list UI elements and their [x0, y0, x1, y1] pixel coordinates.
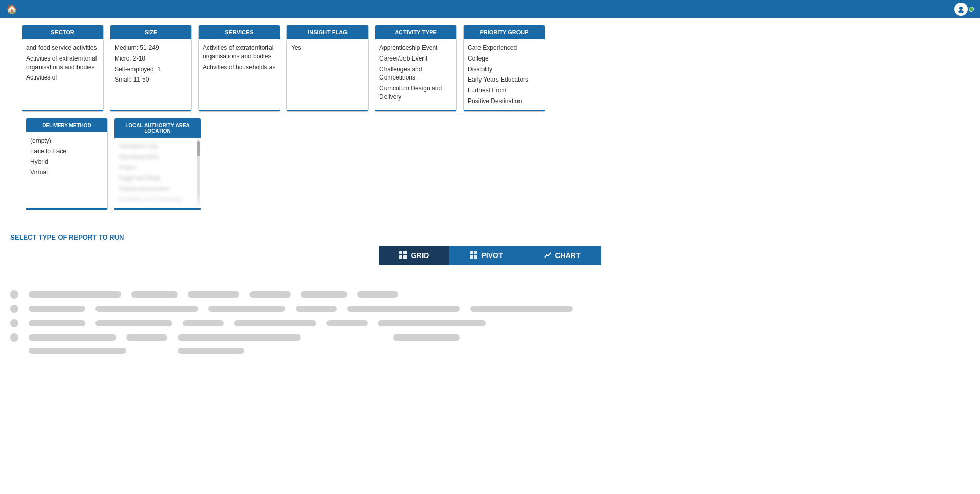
loading-row	[10, 305, 970, 313]
filter-item[interactable]: Furthest From	[468, 85, 541, 96]
filter-panel-body-insight_flag: Yes	[287, 39, 368, 111]
report-btn-chart[interactable]: CHART	[524, 246, 601, 265]
loading-bar	[95, 306, 198, 312]
loading-row	[10, 348, 970, 354]
report-section-label: SELECT TYPE OF REPORT TO RUN	[10, 233, 970, 241]
separator-2	[10, 280, 970, 280]
loading-bar	[393, 334, 460, 341]
filter-item[interactable]: (empty)	[30, 135, 103, 146]
report-section: SELECT TYPE OF REPORT TO RUN GRID PIVOT …	[10, 227, 970, 274]
loading-circle	[10, 290, 18, 299]
filter-item[interactable]: Argyll and Bute	[119, 173, 197, 184]
filter-panel-insight_flag[interactable]: INSIGHT FLAGYes	[286, 25, 369, 112]
filter-panel-header-activity_type: ACTIVITY TYPE	[375, 25, 456, 39]
filter-item[interactable]: Virtual	[30, 167, 103, 178]
filter-item[interactable]: Aberdeenshire	[119, 152, 197, 163]
filter-panel-header-services: SERVICES	[199, 25, 280, 39]
filter-panel-size[interactable]: SIZEMedium: 51-249Micro: 2-10Self-employ…	[110, 25, 192, 112]
report-btn-grid[interactable]: GRID	[379, 246, 449, 265]
filter-item[interactable]: Yes	[291, 43, 364, 53]
filter-item[interactable]: Activities of extraterritorial organisat…	[203, 43, 276, 62]
filter-item[interactable]: Hybrid	[30, 156, 103, 167]
filter-item[interactable]: Activities of	[26, 72, 99, 83]
loading-circle	[10, 319, 18, 327]
filter-item[interactable]: Aberdeen City	[119, 141, 197, 152]
filter-item[interactable]: Positive Destination	[468, 96, 541, 107]
svg-rect-9	[474, 255, 477, 259]
loading-bar	[301, 291, 347, 298]
filter-panel-body-activity_type: Apprenticeship EventCareer/Job EventChal…	[375, 39, 456, 111]
filter-item[interactable]: Apprenticeship Event	[379, 43, 452, 53]
loading-area	[10, 285, 970, 365]
filter-item[interactable]: Micro: 2-10	[114, 53, 187, 64]
filter-panel-header-insight_flag: INSIGHT FLAG	[287, 25, 368, 39]
filter-item[interactable]: Curriculum Design and Delivery	[379, 83, 452, 103]
filter-item[interactable]: Small: 11-50	[114, 74, 187, 85]
loading-bar	[178, 348, 244, 354]
filter-item[interactable]: Activities of extraterritorial organisat…	[26, 53, 99, 73]
filter-item[interactable]: College	[468, 53, 541, 64]
filter-item[interactable]: and food service activities	[26, 43, 99, 53]
loading-bar	[326, 320, 368, 326]
filter-item[interactable]: Activities of households as	[203, 62, 276, 73]
filter-panel-body-local_authority: Aberdeen CityAberdeenshireAngusArgyll an…	[114, 138, 201, 210]
filter-row-1: SECTORand food service activitiesActivit…	[10, 18, 970, 116]
loading-bar	[208, 306, 285, 312]
loading-bar	[357, 291, 398, 298]
report-btn-pivot[interactable]: PIVOT	[449, 246, 523, 265]
report-buttons: GRID PIVOT CHART	[10, 246, 970, 265]
filter-item[interactable]: Self-employed: 1	[114, 64, 187, 75]
svg-rect-6	[470, 251, 473, 254]
loading-bar	[131, 291, 178, 298]
svg-rect-3	[403, 251, 407, 254]
filter-item[interactable]: Angus	[119, 162, 197, 173]
svg-rect-7	[474, 251, 477, 254]
pivot-btn-icon	[470, 251, 477, 260]
loading-bar	[29, 320, 85, 326]
svg-rect-4	[399, 255, 402, 259]
loading-bar	[378, 320, 486, 326]
filter-panel-header-size: SIZE	[110, 25, 191, 39]
filter-panel-sector[interactable]: SECTORand food service activitiesActivit…	[22, 25, 104, 112]
loading-bar	[347, 306, 460, 312]
filter-panel-body-priority_group: Care ExperiencedCollegeDisabilityEarly Y…	[464, 39, 545, 111]
filter-panel-body-sector: and food service activitiesActivities of…	[22, 39, 103, 111]
filter-item[interactable]: Dumfries and Galloway	[119, 194, 197, 205]
filter-panel-body-services: Activities of extraterritorial organisat…	[199, 39, 280, 111]
loading-bar	[29, 348, 126, 354]
loading-row	[10, 319, 970, 327]
filter-item[interactable]: Career/Job Event	[379, 53, 452, 64]
filter-item[interactable]: Face to Face	[30, 146, 103, 157]
online-dot	[969, 7, 974, 12]
filter-item[interactable]: Care Experienced	[468, 43, 541, 53]
filter-panel-services[interactable]: SERVICESActivities of extraterritorial o…	[198, 25, 280, 112]
loading-row	[10, 333, 970, 342]
loading-bar	[188, 291, 239, 298]
chart-btn-label: CHART	[555, 251, 581, 260]
loading-circle	[10, 305, 18, 313]
loading-bar	[470, 306, 573, 312]
filter-panel-header-delivery_method: DELIVERY METHOD	[26, 118, 107, 132]
loading-bar	[29, 306, 85, 312]
filter-item[interactable]: Disability	[468, 64, 541, 75]
scrollbar[interactable]	[197, 139, 200, 207]
top-bar: 🏠	[0, 0, 980, 18]
svg-point-1	[958, 10, 964, 13]
filter-panel-local_authority[interactable]: LOCAL AUTHORITY AREA LOCATIONAberdeen Ci…	[114, 118, 201, 210]
filter-panel-activity_type[interactable]: ACTIVITY TYPEApprenticeship EventCareer/…	[375, 25, 457, 112]
home-icon[interactable]: 🏠	[6, 4, 17, 15]
filter-panel-header-local_authority: LOCAL AUTHORITY AREA LOCATION	[114, 118, 201, 138]
filter-panel-body-delivery_method: (empty)Face to FaceHybridVirtual	[26, 132, 107, 210]
filter-row-2: DELIVERY METHOD(empty)Face to FaceHybrid…	[10, 116, 970, 216]
grid-btn-label: GRID	[411, 251, 429, 260]
avatar[interactable]	[954, 3, 968, 16]
filter-item[interactable]: Challenges and Competitions	[379, 64, 452, 84]
filter-panel-delivery_method[interactable]: DELIVERY METHOD(empty)Face to FaceHybrid…	[26, 118, 108, 210]
filter-panel-priority_group[interactable]: PRIORITY GROUPCare ExperiencedCollegeDis…	[463, 25, 545, 112]
loading-bar	[183, 320, 224, 326]
filter-item[interactable]: Early Years Educators	[468, 74, 541, 85]
svg-point-0	[959, 7, 963, 10]
loading-bar	[249, 291, 291, 298]
filter-item[interactable]: Medium: 51-249	[114, 43, 187, 53]
filter-item[interactable]: Clackmannanshire	[119, 184, 197, 194]
